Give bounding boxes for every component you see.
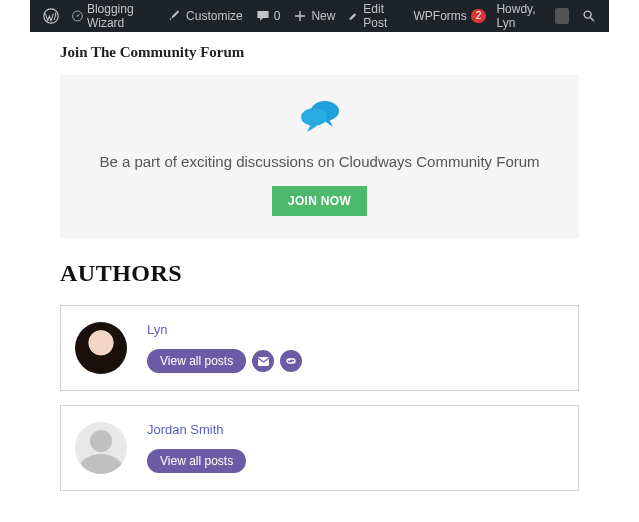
author-name-link[interactable]: Jordan Smith xyxy=(147,422,246,437)
comment-icon xyxy=(256,9,270,23)
author-actions: View all posts xyxy=(147,449,246,473)
site-name-text: Blogging Wizard xyxy=(87,2,155,30)
join-now-button[interactable]: JOIN NOW xyxy=(272,186,367,216)
comments-count: 0 xyxy=(274,9,281,23)
account-link[interactable]: Howdy, Lyn xyxy=(491,2,574,30)
email-button[interactable] xyxy=(252,350,274,372)
author-avatar xyxy=(75,322,127,374)
author-actions: View all posts xyxy=(147,349,302,373)
edit-post-text: Edit Post xyxy=(363,2,400,30)
forum-title: Join The Community Forum xyxy=(60,44,579,61)
view-all-posts-button[interactable]: View all posts xyxy=(147,449,246,473)
customize-link[interactable]: Customize xyxy=(163,9,248,23)
author-name-link[interactable]: Lyn xyxy=(147,322,302,337)
howdy-text: Howdy, Lyn xyxy=(496,2,550,30)
search-icon xyxy=(582,9,596,23)
forum-panel: Be a part of exciting discussions on Clo… xyxy=(60,75,579,238)
svg-point-2 xyxy=(77,15,79,17)
view-all-posts-button[interactable]: View all posts xyxy=(147,349,246,373)
chat-icon xyxy=(80,99,559,139)
link-button[interactable] xyxy=(280,350,302,372)
new-text: New xyxy=(311,9,335,23)
author-info: Lyn View all posts xyxy=(147,322,302,373)
wp-admin-bar: Blogging Wizard Customize 0 New Edit Pos… xyxy=(30,0,609,32)
dashboard-icon xyxy=(72,9,83,23)
authors-heading: AUTHORS xyxy=(60,260,579,287)
new-link[interactable]: New xyxy=(288,9,340,23)
customize-text: Customize xyxy=(186,9,243,23)
wordpress-icon xyxy=(43,8,59,24)
pencil-icon xyxy=(348,9,359,23)
wp-logo[interactable] xyxy=(38,8,64,24)
comments-link[interactable]: 0 xyxy=(251,9,286,23)
search-toggle[interactable] xyxy=(577,9,601,23)
envelope-icon xyxy=(258,357,269,366)
brush-icon xyxy=(168,9,182,23)
svg-point-3 xyxy=(584,11,591,18)
main-content: Join The Community Forum Be a part of ex… xyxy=(0,32,639,522)
wpforms-link[interactable]: WPForms 2 xyxy=(409,9,492,23)
forum-description: Be a part of exciting discussions on Clo… xyxy=(80,153,559,170)
edit-post-link[interactable]: Edit Post xyxy=(343,2,405,30)
link-icon xyxy=(285,355,297,367)
admin-bar-right: Howdy, Lyn xyxy=(491,2,601,30)
avatar-thumb xyxy=(555,8,569,24)
admin-bar-left: Blogging Wizard Customize 0 New Edit Pos… xyxy=(38,2,491,30)
author-info: Jordan Smith View all posts xyxy=(147,422,246,473)
plus-icon xyxy=(293,9,307,23)
site-name-link[interactable]: Blogging Wizard xyxy=(67,2,160,30)
wpforms-badge: 2 xyxy=(471,9,487,23)
svg-point-5 xyxy=(301,108,327,126)
author-card: Jordan Smith View all posts xyxy=(60,405,579,491)
author-card: Lyn View all posts xyxy=(60,305,579,391)
author-avatar xyxy=(75,422,127,474)
wpforms-text: WPForms xyxy=(414,9,467,23)
